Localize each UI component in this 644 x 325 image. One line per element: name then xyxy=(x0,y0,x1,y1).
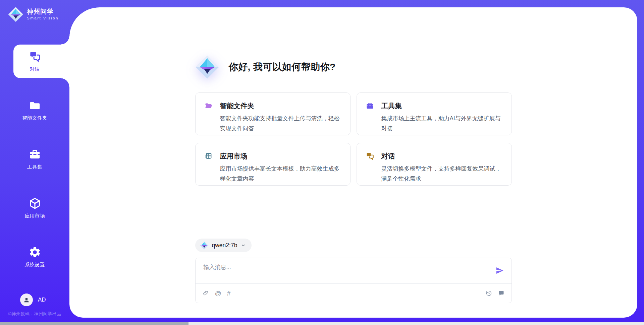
feature-card-app-market[interactable]: 应用市场 应用市场提供丰富长文本模板，助力高效生成多样化文章内容 xyxy=(195,143,351,186)
feature-card-smart-folder[interactable]: 智能文件夹 智能文件夹功能支持批量文件上传与清洗，轻松实现文件问答 xyxy=(195,92,351,135)
send-button[interactable] xyxy=(495,266,504,275)
briefcase-icon xyxy=(366,102,374,110)
model-selector[interactable]: qwen2:7b xyxy=(195,239,252,252)
copyright-text: ©神州数码 · 神州问学出品 xyxy=(0,311,69,317)
model-gem-logo-icon xyxy=(200,241,209,250)
sidebar-item-label: 工具集 xyxy=(27,164,42,170)
hash-symbol-icon[interactable]: # xyxy=(227,290,231,297)
briefcase-icon xyxy=(29,148,41,161)
card-description: 应用市场提供丰富长文本模板，助力高效生成多样化文章内容 xyxy=(220,164,342,184)
main-content-panel: 你好, 我可以如何帮助你? 智能文件夹 智能文件夹功能支持批量文件上传与清洗，轻… xyxy=(69,7,637,318)
message-composer: @ # xyxy=(195,258,512,303)
card-description: 灵活切换多模型文件，支持多样回复效果调试，满足个性化需求 xyxy=(381,164,503,184)
card-description: 智能文件夹功能支持批量文件上传与清洗，轻松实现文件问答 xyxy=(220,114,342,134)
sidebar: 神州问学 Smart Vision 对话 智能文件夹 xyxy=(0,0,69,325)
sidebar-item-label: 对话 xyxy=(30,66,40,72)
grid-cube-icon xyxy=(204,152,213,160)
horizontal-scrollbar[interactable] xyxy=(0,322,644,325)
sidebar-item-smart-folder[interactable]: 智能文件夹 xyxy=(0,93,69,127)
message-input[interactable] xyxy=(203,263,491,282)
greeting-title: 你好, 我可以如何帮助你? xyxy=(229,61,336,73)
brand: 神州问学 Smart Vision xyxy=(8,7,59,22)
sidebar-item-app-market[interactable]: 应用市场 xyxy=(0,191,69,225)
card-title: 工具集 xyxy=(381,101,503,111)
sidebar-item-label: 系统设置 xyxy=(25,262,45,268)
person-avatar-icon xyxy=(20,294,33,306)
active-tab-background xyxy=(13,45,69,78)
brand-subtitle: Smart Vision xyxy=(27,16,59,20)
at-symbol-icon[interactable]: @ xyxy=(215,290,221,297)
paperclip-icon[interactable] xyxy=(202,290,209,297)
greeting: 你好, 我可以如何帮助你? xyxy=(195,55,336,79)
card-title: 对话 xyxy=(381,151,503,161)
chat-bubbles-icon xyxy=(29,50,41,63)
sidebar-item-label: 智能文件夹 xyxy=(22,115,47,121)
send-plane-icon xyxy=(495,266,504,275)
folder-icon xyxy=(29,99,41,112)
composer-toolbar: @ # xyxy=(196,283,512,303)
sidebar-nav: 对话 智能文件夹 工具集 xyxy=(0,45,69,274)
feature-card-chat[interactable]: 对话 灵活切换多模型文件，支持多样回复效果调试，满足个性化需求 xyxy=(357,143,512,186)
card-title: 智能文件夹 xyxy=(220,101,342,111)
scrollbar-thumb[interactable] xyxy=(0,322,189,325)
feature-card-toolset[interactable]: 工具集 集成市场上主流工具，助力AI与外界无缝扩展与对接 xyxy=(357,92,512,135)
sidebar-item-settings[interactable]: 系统设置 xyxy=(0,240,69,274)
sidebar-item-toolset[interactable]: 工具集 xyxy=(0,142,69,176)
greeting-gem-logo-icon xyxy=(195,55,219,79)
gear-icon xyxy=(29,246,41,259)
sidebar-item-label: 应用市场 xyxy=(25,213,45,219)
user-initials: AD xyxy=(38,297,46,303)
chat-bubbles-icon xyxy=(366,152,374,160)
chat-bubble-icon[interactable] xyxy=(498,290,505,297)
open-folder-icon xyxy=(204,102,213,110)
user-account[interactable]: AD xyxy=(20,294,46,306)
cube-icon xyxy=(29,197,41,210)
feature-cards: 智能文件夹 智能文件夹功能支持批量文件上传与清洗，轻松实现文件问答 工具集 xyxy=(195,92,512,186)
model-name: qwen2:7b xyxy=(212,242,237,249)
sidebar-item-chat[interactable]: 对话 xyxy=(0,45,69,78)
card-title: 应用市场 xyxy=(220,151,342,161)
history-icon[interactable] xyxy=(485,290,492,297)
chevron-down-icon xyxy=(240,243,246,248)
brand-name: 神州问学 xyxy=(27,8,59,15)
brand-gem-logo-icon xyxy=(8,7,23,22)
card-description: 集成市场上主流工具，助力AI与外界无缝扩展与对接 xyxy=(381,114,503,134)
